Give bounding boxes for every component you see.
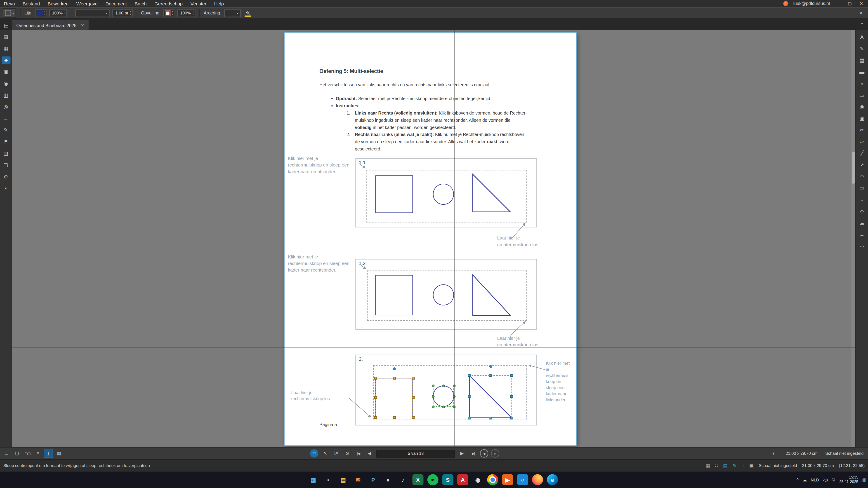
highlighter-pen-button[interactable]: ✎ <box>243 8 252 18</box>
dark-circle-app-icon[interactable]: ◉ <box>472 474 483 485</box>
tab-list-chevron-icon[interactable]: ▾ <box>861 22 868 30</box>
studio-panel-icon[interactable]: ▧ <box>1 149 10 157</box>
previous-page-button[interactable]: ◀ <box>365 449 374 458</box>
selection-handle[interactable] <box>489 374 491 377</box>
selection-handle[interactable] <box>412 377 414 379</box>
next-view-button[interactable]: ▶ <box>491 449 499 458</box>
select-tool-icon[interactable]: ↖ <box>321 449 329 458</box>
line-width-input[interactable]: 1.00 pt▴▾ <box>113 9 133 17</box>
first-page-button[interactable]: |◀ <box>354 449 363 458</box>
menu-revu[interactable]: Revu <box>0 1 19 6</box>
grid-toggle-icon[interactable]: ▦ <box>706 463 710 468</box>
menu-bewerken[interactable]: Bewerken <box>44 1 72 6</box>
signatures-panel-icon[interactable]: ✎ <box>1 126 10 134</box>
menu-help[interactable]: Help <box>210 1 228 6</box>
volume-icon[interactable]: ◁) <box>823 477 828 482</box>
start-button[interactable]: ▦ <box>308 474 319 485</box>
apple-music-icon[interactable]: ♪ <box>397 474 408 485</box>
toolbar-close-icon[interactable]: ✕ <box>860 11 865 15</box>
circle-shape[interactable] <box>433 285 454 305</box>
dark-mode-icon[interactable]: ◐ <box>770 449 778 458</box>
outlook-icon[interactable]: ✉ <box>352 474 364 485</box>
notifications-icon[interactable]: ▥ <box>862 477 866 482</box>
menu-batch[interactable]: Batch <box>131 1 151 6</box>
spinner[interactable]: ▴▾ <box>172 11 173 15</box>
file-access-panel-icon[interactable]: ▤ <box>1 33 10 41</box>
select-text-icon[interactable]: IA <box>332 449 340 458</box>
selection-handle[interactable] <box>510 395 513 397</box>
chat-panel-icon[interactable]: ◖ <box>1 184 10 192</box>
facing-pages-layout-icon[interactable]: ▢▢ <box>23 449 32 458</box>
triangle-shape[interactable] <box>469 172 513 214</box>
previous-view-button[interactable]: ◀ <box>480 449 488 458</box>
snap-toggle-icon[interactable]: ∷ <box>715 463 718 468</box>
tab-close-icon[interactable]: ✕ <box>81 23 84 28</box>
minimize-button[interactable]: — <box>835 1 841 6</box>
snap-hatch-icon[interactable]: ◌ <box>741 463 744 468</box>
places-panel-icon[interactable]: ◉ <box>1 80 10 88</box>
properties-panel-icon[interactable]: ≣ <box>1 115 10 122</box>
selection-handle[interactable] <box>374 396 377 398</box>
close-button[interactable]: ✕ <box>858 1 865 6</box>
circle-shape[interactable] <box>433 184 454 205</box>
pan-tool-icon[interactable]: ☜ <box>310 449 318 458</box>
fill-opacity-input[interactable]: 100%▴▾ <box>178 9 195 17</box>
paint-app-icon[interactable]: P <box>368 474 379 485</box>
spinner[interactable]: ▴▾ <box>130 11 131 15</box>
pen-tool-icon[interactable]: ✏ <box>857 126 866 134</box>
hatch-select[interactable]: ▾ <box>224 9 241 17</box>
textbox-tool-icon[interactable]: ▭ <box>857 91 866 99</box>
arrow-tool-icon[interactable]: ↗ <box>857 161 866 169</box>
selection-handle[interactable] <box>412 416 414 418</box>
orange-app-icon[interactable]: ▶ <box>502 474 513 485</box>
selection-handle[interactable] <box>374 416 377 418</box>
account-email[interactable]: luuk@pdfcursus.nl <box>794 1 830 6</box>
eraser-tool-icon[interactable]: ▱ <box>857 138 866 145</box>
spotify-icon[interactable]: ≈ <box>428 474 438 485</box>
status-scale-label[interactable]: Schaal niet ingesteld <box>758 463 797 468</box>
markup-list-toggle-icon[interactable]: ≣ <box>2 449 11 458</box>
chat-app-icon[interactable]: ○ <box>517 474 528 485</box>
scale-status-label[interactable]: Schaal niet ingesteld <box>825 451 864 456</box>
line-tool-icon[interactable]: ╱ <box>857 149 866 157</box>
scale-box-icon[interactable]: ▣ <box>749 463 754 468</box>
tab-oefenbestand[interactable]: Oefenbestand Bluebeam 2025 ✕ <box>12 21 89 30</box>
snap-markup-icon[interactable]: ✎ <box>733 463 737 468</box>
selection-handle[interactable] <box>393 377 396 379</box>
tray-chevron-icon[interactable]: ^ <box>797 477 799 482</box>
triangle-shape[interactable] <box>469 273 513 318</box>
selection-handle[interactable] <box>393 416 396 418</box>
adobe-acrobat-icon[interactable]: A <box>457 474 468 485</box>
rectangle-tool-icon[interactable]: ▭ <box>857 184 866 192</box>
menu-gereedschap[interactable]: Gereedschap <box>151 1 186 6</box>
firefox-icon[interactable] <box>532 474 543 485</box>
selection-handle[interactable] <box>412 396 414 398</box>
ellipse-tool-icon[interactable]: ○ <box>857 196 866 203</box>
selection-handle[interactable] <box>467 395 470 397</box>
square-shape[interactable] <box>375 175 413 213</box>
sharepoint-icon[interactable]: S <box>442 474 454 485</box>
selection-handle[interactable] <box>374 377 377 379</box>
polygon-tool-icon[interactable]: ◇ <box>857 207 866 215</box>
more-tools-icon[interactable]: ⋯ <box>857 242 866 250</box>
note-tool-icon[interactable]: ▤ <box>857 57 866 64</box>
markups-list-panel-icon[interactable]: ▥ <box>1 91 10 99</box>
document-canvas[interactable]: Oefening 5: Multi-selectie Het verschil … <box>12 30 855 447</box>
square-shape[interactable] <box>375 275 413 315</box>
zoom-tool-icon[interactable]: ⊙ <box>343 449 351 458</box>
clock[interactable]: 15:35 25-11-2025 <box>839 475 858 484</box>
onedrive-icon[interactable]: ☁ <box>802 477 807 482</box>
spinner[interactable]: ▴▾ <box>192 11 194 15</box>
github-icon[interactable]: ● <box>382 474 394 485</box>
arc-tool-icon[interactable]: ◠ <box>857 173 866 180</box>
file-explorer-icon[interactable]: ▤ <box>338 474 349 485</box>
search-panel-icon[interactable]: ⊙ <box>1 173 10 180</box>
language-indicator[interactable]: NLD <box>811 477 819 482</box>
menu-venster[interactable]: Venster <box>186 1 210 6</box>
highlight-tool-icon[interactable]: ▬ <box>857 68 866 76</box>
canvas-scrollbar[interactable] <box>851 30 855 447</box>
measure-tool-icon[interactable]: ↔ <box>857 231 866 238</box>
stamp-tool-icon[interactable]: ◉ <box>857 103 866 111</box>
fit-page-icon[interactable]: ▦ <box>55 449 63 458</box>
documents-panel-icon[interactable]: ▢ <box>1 161 10 169</box>
